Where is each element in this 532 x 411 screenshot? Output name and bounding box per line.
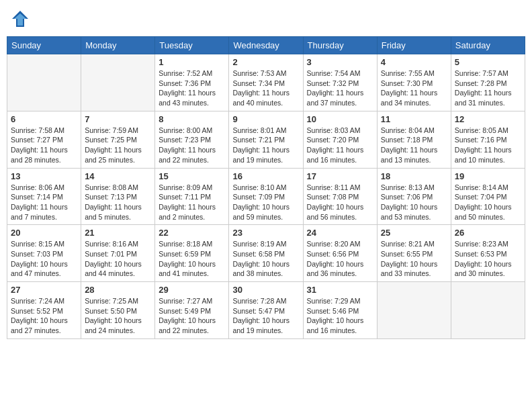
day-number: 25 [381,228,447,238]
logo-icon [11,9,30,28]
calendar-week-row: 1Sunrise: 7:52 AM Sunset: 7:36 PM Daylig… [7,54,525,111]
calendar-week-row: 20Sunrise: 8:15 AM Sunset: 7:03 PM Dayli… [7,225,525,282]
calendar-cell: 4Sunrise: 7:55 AM Sunset: 7:30 PM Daylig… [377,54,451,111]
calendar-cell: 14Sunrise: 8:08 AM Sunset: 7:13 PM Dayli… [81,168,155,225]
calendar-cell: 16Sunrise: 8:10 AM Sunset: 7:09 PM Dayli… [229,168,303,225]
calendar-cell: 18Sunrise: 8:13 AM Sunset: 7:06 PM Dayli… [377,168,451,225]
day-info: Sunrise: 8:13 AM Sunset: 7:06 PM Dayligh… [381,183,447,222]
day-number: 4 [381,57,447,67]
calendar-cell: 17Sunrise: 8:11 AM Sunset: 7:08 PM Dayli… [303,168,377,225]
calendar-cell: 2Sunrise: 7:53 AM Sunset: 7:34 PM Daylig… [229,54,303,111]
calendar-cell: 8Sunrise: 8:00 AM Sunset: 7:23 PM Daylig… [155,111,229,168]
day-of-week-monday: Monday [81,37,155,54]
day-number: 29 [159,285,225,295]
calendar-cell: 19Sunrise: 8:14 AM Sunset: 7:04 PM Dayli… [451,168,525,225]
day-of-week-sunday: Sunday [7,37,81,54]
day-number: 28 [85,285,151,295]
day-of-week-thursday: Thursday [303,37,377,54]
day-number: 26 [455,228,521,238]
day-info: Sunrise: 7:54 AM Sunset: 7:32 PM Dayligh… [307,68,373,108]
calendar-cell: 6Sunrise: 7:58 AM Sunset: 7:27 PM Daylig… [7,111,81,168]
day-of-week-saturday: Saturday [451,37,525,54]
calendar-cell: 9Sunrise: 8:01 AM Sunset: 7:21 PM Daylig… [229,111,303,168]
day-info: Sunrise: 7:28 AM Sunset: 5:47 PM Dayligh… [232,296,299,336]
calendar-week-row: 13Sunrise: 8:06 AM Sunset: 7:14 PM Dayli… [7,168,525,225]
day-info: Sunrise: 8:04 AM Sunset: 7:18 PM Dayligh… [381,126,447,165]
day-info: Sunrise: 7:57 AM Sunset: 7:28 PM Dayligh… [455,68,521,108]
day-number: 21 [85,228,151,238]
calendar-cell: 25Sunrise: 8:21 AM Sunset: 6:55 PM Dayli… [377,225,451,282]
day-number: 30 [232,285,299,295]
day-number: 14 [85,171,151,181]
calendar-cell: 29Sunrise: 7:27 AM Sunset: 5:49 PM Dayli… [155,282,229,339]
day-number: 10 [307,114,373,124]
calendar-cell: 12Sunrise: 8:05 AM Sunset: 7:16 PM Dayli… [451,111,525,168]
day-number: 3 [307,57,373,67]
day-number: 1 [159,57,225,67]
calendar-cell: 22Sunrise: 8:18 AM Sunset: 6:59 PM Dayli… [155,225,229,282]
calendar-cell: 26Sunrise: 8:23 AM Sunset: 6:53 PM Dayli… [451,225,525,282]
day-number: 7 [85,114,151,124]
calendar-cell: 20Sunrise: 8:15 AM Sunset: 7:03 PM Dayli… [7,225,81,282]
day-info: Sunrise: 8:20 AM Sunset: 6:56 PM Dayligh… [307,239,373,279]
day-of-week-wednesday: Wednesday [229,37,303,54]
calendar-cell: 28Sunrise: 7:25 AM Sunset: 5:50 PM Dayli… [81,282,155,339]
day-info: Sunrise: 8:06 AM Sunset: 7:14 PM Dayligh… [11,183,77,222]
calendar-cell [377,282,451,339]
day-number: 22 [159,228,225,238]
day-number: 24 [307,228,373,238]
day-number: 15 [159,171,225,181]
calendar-cell: 30Sunrise: 7:28 AM Sunset: 5:47 PM Dayli… [229,282,303,339]
day-info: Sunrise: 8:18 AM Sunset: 6:59 PM Dayligh… [159,239,225,279]
calendar-cell: 27Sunrise: 7:24 AM Sunset: 5:52 PM Dayli… [7,282,81,339]
day-number: 16 [232,171,299,181]
day-info: Sunrise: 8:21 AM Sunset: 6:55 PM Dayligh… [381,239,447,279]
page-header [7,7,525,31]
calendar-week-row: 27Sunrise: 7:24 AM Sunset: 5:52 PM Dayli… [7,282,525,339]
day-number: 31 [307,285,373,295]
day-number: 8 [159,114,225,124]
calendar-cell [7,54,81,111]
calendar-cell: 24Sunrise: 8:20 AM Sunset: 6:56 PM Dayli… [303,225,377,282]
day-number: 12 [455,114,521,124]
day-number: 27 [11,285,77,295]
day-info: Sunrise: 7:24 AM Sunset: 5:52 PM Dayligh… [11,296,77,336]
day-info: Sunrise: 7:29 AM Sunset: 5:46 PM Dayligh… [307,296,373,336]
calendar-cell: 13Sunrise: 8:06 AM Sunset: 7:14 PM Dayli… [7,168,81,225]
logo [11,9,32,28]
day-info: Sunrise: 8:09 AM Sunset: 7:11 PM Dayligh… [159,183,225,222]
calendar-cell: 15Sunrise: 8:09 AM Sunset: 7:11 PM Dayli… [155,168,229,225]
day-number: 17 [307,171,373,181]
day-info: Sunrise: 8:11 AM Sunset: 7:08 PM Dayligh… [307,183,373,222]
calendar-cell [451,282,525,339]
day-number: 9 [232,114,299,124]
day-info: Sunrise: 7:52 AM Sunset: 7:36 PM Dayligh… [159,68,225,108]
day-number: 23 [232,228,299,238]
day-info: Sunrise: 8:10 AM Sunset: 7:09 PM Dayligh… [232,183,299,222]
day-info: Sunrise: 8:03 AM Sunset: 7:20 PM Dayligh… [307,126,373,165]
day-number: 19 [455,171,521,181]
day-info: Sunrise: 7:55 AM Sunset: 7:30 PM Dayligh… [381,68,447,108]
day-info: Sunrise: 8:14 AM Sunset: 7:04 PM Dayligh… [455,183,521,222]
day-info: Sunrise: 8:16 AM Sunset: 7:01 PM Dayligh… [85,239,151,279]
day-info: Sunrise: 8:00 AM Sunset: 7:23 PM Dayligh… [159,126,225,165]
day-info: Sunrise: 7:25 AM Sunset: 5:50 PM Dayligh… [85,296,151,336]
day-number: 18 [381,171,447,181]
day-number: 11 [381,114,447,124]
calendar-cell: 11Sunrise: 8:04 AM Sunset: 7:18 PM Dayli… [377,111,451,168]
calendar-cell: 21Sunrise: 8:16 AM Sunset: 7:01 PM Dayli… [81,225,155,282]
day-info: Sunrise: 7:27 AM Sunset: 5:49 PM Dayligh… [159,296,225,336]
day-info: Sunrise: 7:59 AM Sunset: 7:25 PM Dayligh… [85,126,151,165]
day-of-week-friday: Friday [377,37,451,54]
day-number: 5 [455,57,521,67]
day-number: 20 [11,228,77,238]
calendar-cell [81,54,155,111]
calendar-cell: 7Sunrise: 7:59 AM Sunset: 7:25 PM Daylig… [81,111,155,168]
day-number: 13 [11,171,77,181]
day-info: Sunrise: 8:23 AM Sunset: 6:53 PM Dayligh… [455,239,521,279]
calendar-cell: 1Sunrise: 7:52 AM Sunset: 7:36 PM Daylig… [155,54,229,111]
day-info: Sunrise: 8:08 AM Sunset: 7:13 PM Dayligh… [85,183,151,222]
calendar-header-row: SundayMondayTuesdayWednesdayThursdayFrid… [7,37,525,54]
calendar-week-row: 6Sunrise: 7:58 AM Sunset: 7:27 PM Daylig… [7,111,525,168]
calendar-cell: 23Sunrise: 8:19 AM Sunset: 6:58 PM Dayli… [229,225,303,282]
